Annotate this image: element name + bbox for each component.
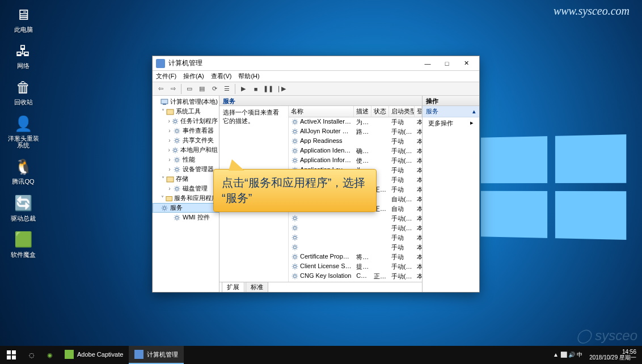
svg-line-74: [166, 209, 167, 210]
menu-item[interactable]: 文件(F): [156, 72, 176, 81]
svg-point-77: [176, 216, 179, 219]
list-header[interactable]: 名称描述状态启动类型登: [289, 106, 422, 117]
svg-line-73: [162, 206, 163, 206]
column-header[interactable]: 描述: [354, 106, 371, 117]
desktop-icon-softbox[interactable]: 🟩软件魔盒: [6, 230, 41, 258]
desktop-icon-recycle[interactable]: 🗑回收站: [6, 77, 41, 105]
refresh-button[interactable]: ⟳: [209, 83, 220, 95]
service-row[interactable]: Certificate Propagation将用...手动本: [289, 252, 422, 262]
view-tabs: 扩展 标准: [219, 282, 422, 292]
column-header[interactable]: 状态: [371, 106, 389, 117]
toolbar-icon[interactable]: ▤: [196, 83, 208, 95]
nav-tree[interactable]: 计算机管理(本地)˅系统工具›任务计划程序›事件查看器›共享文件夹›本地用户和组…: [153, 96, 219, 292]
svg-line-94: [297, 120, 297, 120]
tree-node[interactable]: ›磁盘管理: [153, 184, 219, 193]
svg-line-200: [297, 239, 297, 240]
service-row[interactable]: Application Information使用...手动(触发...本: [289, 156, 422, 166]
tree-node[interactable]: ˅存储: [153, 174, 219, 184]
svg-line-76: [166, 206, 167, 206]
taskbar-icon[interactable]: ◉: [41, 346, 59, 364]
forward-button[interactable]: ⇨: [167, 83, 179, 95]
service-row[interactable]: 手动本: [289, 243, 422, 252]
actions-category[interactable]: 服务▴: [423, 106, 479, 117]
toolbar-icon[interactable]: ☰: [221, 83, 233, 95]
gear-icon: [291, 225, 299, 231]
tree-node[interactable]: ˅系统工具: [153, 107, 219, 116]
actions-header: 操作: [423, 96, 479, 106]
desktop-icon-this-pc[interactable]: 🖥此电脑: [6, 5, 41, 33]
start-button[interactable]: [0, 346, 23, 364]
minimize-button[interactable]: —: [418, 57, 437, 70]
svg-line-20: [179, 129, 179, 129]
svg-line-191: [297, 230, 297, 230]
taskbar-app-compmgmt[interactable]: 计算机管理: [129, 346, 184, 364]
stop-button[interactable]: ■: [250, 83, 261, 95]
service-row[interactable]: AllJoyn Router Service路由...手动(触发...本: [289, 127, 422, 137]
service-row[interactable]: 手动本: [289, 233, 422, 243]
svg-line-183: [293, 220, 293, 221]
svg-point-3: [174, 120, 177, 122]
service-row[interactable]: ActiveX Installer (AxInstSV)为从...手动本: [289, 117, 422, 127]
service-row[interactable]: CNG Key IsolationCNG...正在...手动(触发...本: [289, 272, 422, 281]
play-button[interactable]: ▶: [238, 83, 249, 95]
service-row[interactable]: 手动(触发...本: [289, 214, 422, 223]
svg-line-226: [293, 264, 293, 265]
svg-line-19: [175, 132, 175, 133]
taskbar-search-icon[interactable]: ◌: [23, 346, 41, 364]
tree-node[interactable]: ›任务计划程序: [153, 116, 219, 126]
tree-node[interactable]: ›共享文件夹: [153, 136, 219, 145]
svg-line-82: [175, 215, 175, 216]
svg-line-119: [297, 153, 297, 153]
tab-standard[interactable]: 标准: [246, 282, 268, 292]
svg-line-65: [175, 190, 175, 191]
menu-item[interactable]: 操作(A): [183, 72, 204, 81]
system-tray[interactable]: ▲ ⬜ 🔊 中 14:56 2018/10/29 星期一: [551, 349, 642, 361]
tree-node[interactable]: ˅服务和应用程序: [153, 193, 219, 203]
restart-button[interactable]: ❘▶: [275, 83, 286, 95]
menu-item[interactable]: 帮助(H): [238, 72, 259, 81]
maximize-button[interactable]: □: [437, 57, 457, 70]
tree-node[interactable]: 服务: [153, 203, 219, 213]
more-actions[interactable]: 更多操作▸: [423, 117, 479, 129]
desktop-icons: 🖥此电脑🖧网络🗑回收站👤洋葱头重装系统🐧腾讯QQ🔄驱动总裁🟩软件魔盒: [6, 5, 41, 258]
taskbar-app-captivate[interactable]: Adobe Captivate: [59, 346, 129, 364]
gear-icon: [291, 157, 299, 164]
network-icon: 🖧: [13, 41, 33, 61]
svg-line-26: [175, 138, 175, 139]
back-button[interactable]: ⇦: [155, 83, 166, 95]
tree-node[interactable]: ›本地用户和组: [153, 145, 219, 155]
toolbar-icon[interactable]: ▭: [184, 83, 195, 95]
tree-node[interactable]: WMI 控件: [153, 213, 219, 222]
tree-node[interactable]: ›性能: [153, 155, 219, 164]
clock[interactable]: 14:56 2018/10/29 星期一: [586, 349, 640, 361]
service-row[interactable]: Application Identity确定...手动(触发...本: [289, 146, 422, 156]
svg-point-86: [294, 121, 297, 124]
service-row[interactable]: 手动(触发...本: [289, 223, 422, 233]
tree-node[interactable]: ›事件查看器: [153, 126, 219, 136]
gear-icon: [291, 263, 299, 270]
svg-line-220: [297, 255, 297, 255]
column-header[interactable]: 名称: [289, 106, 354, 117]
chevron-up-icon: ▴: [472, 108, 476, 115]
menu-item[interactable]: 查看(V): [211, 72, 232, 81]
tree-node[interactable]: ›设备管理器: [153, 164, 219, 174]
desktop-icon-qq[interactable]: 🐧腾讯QQ: [6, 156, 41, 185]
service-row[interactable]: COM+ Event System支持...正在...自动本: [289, 281, 422, 282]
service-row[interactable]: App Readiness手动本: [289, 137, 422, 146]
column-header[interactable]: 登: [415, 106, 422, 117]
close-button[interactable]: ✕: [457, 57, 476, 70]
column-header[interactable]: 启动类型: [389, 106, 415, 117]
desktop-icon-onion[interactable]: 👤洋葱头重装系统: [6, 113, 41, 149]
tray-icons[interactable]: ▲ ⬜ 🔊 中: [553, 351, 582, 359]
gear-icon: [291, 234, 299, 241]
tree-node[interactable]: 计算机管理(本地): [153, 97, 219, 107]
service-row[interactable]: Client License Service (Cli...提供...手动(触发…: [289, 262, 422, 272]
pause-button[interactable]: ❚❚: [263, 83, 274, 95]
tab-extended[interactable]: 扩展: [222, 282, 244, 292]
actions-pane: 操作 服务▴ 更多操作▸: [423, 96, 479, 292]
desktop-icon-network[interactable]: 🖧网络: [6, 41, 41, 69]
desktop-icon-drvmgr[interactable]: 🔄驱动总裁: [6, 193, 41, 222]
titlebar[interactable]: 计算机管理 — □ ✕: [153, 56, 479, 71]
svg-line-47: [179, 158, 179, 158]
svg-line-192: [293, 230, 293, 230]
